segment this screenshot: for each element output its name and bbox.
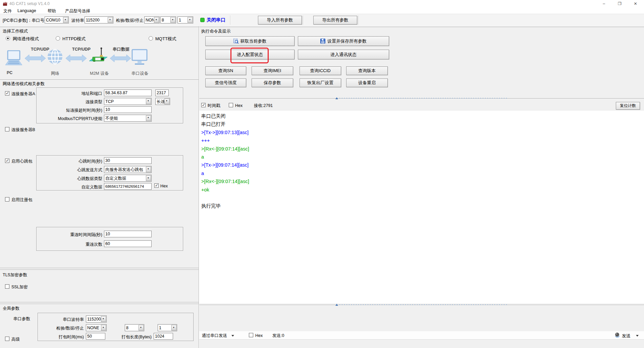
query-sn-button[interactable]: 查询SN xyxy=(205,66,246,75)
register-label: 启用注册包 xyxy=(11,197,33,202)
section-divider xyxy=(199,27,644,27)
export-all-params-button[interactable]: 导出所有参数 xyxy=(313,16,357,24)
diagram-pc-label: PC xyxy=(7,70,12,75)
section-divider xyxy=(0,304,199,304)
pack-time-input[interactable]: 50 xyxy=(86,333,105,340)
splitter-dots[interactable] xyxy=(339,304,507,306)
heartbeat-checkbox[interactable] xyxy=(5,159,9,163)
conn-type-select[interactable]: TCP xyxy=(104,98,152,105)
get-params-button[interactable]: 获取当前参数 xyxy=(205,36,294,46)
query-signal-button[interactable]: 查信号强度 xyxy=(205,78,246,87)
send-via-serial-button[interactable]: 通过串口发送 xyxy=(202,333,227,338)
splitter-collapse-icon[interactable] xyxy=(335,97,338,99)
close-serial-button[interactable]: 关闭串口 xyxy=(207,17,225,23)
factory-reset-button[interactable]: 恢复出厂设置 xyxy=(300,78,341,87)
hb-time-input[interactable]: 30 xyxy=(104,157,152,164)
server-b-checkbox[interactable] xyxy=(5,127,9,131)
reconnect-count-input[interactable]: 60 xyxy=(104,240,152,247)
send-hex-checkbox[interactable] xyxy=(249,333,253,337)
commands-header: 执行命令及提示 xyxy=(201,28,231,34)
server-port-input[interactable]: 2317 xyxy=(155,90,169,96)
chevron-down-icon xyxy=(146,175,151,181)
com-port-select[interactable]: COM10 xyxy=(45,16,69,23)
modbus-select[interactable]: 不使能 xyxy=(104,115,152,122)
chevron-down-icon[interactable] xyxy=(636,335,639,337)
close-button[interactable]: ✕ xyxy=(628,0,643,7)
radio-net-passthrough[interactable] xyxy=(6,36,10,41)
parity-select[interactable]: NONE xyxy=(144,16,160,23)
menu-language[interactable]: Language xyxy=(17,8,36,13)
register-checkbox[interactable] xyxy=(5,197,9,201)
radio-mqtt[interactable] xyxy=(149,36,153,41)
parity-data-stop-label: 检验/数据/停止 xyxy=(116,18,144,23)
log-line: >[Tx->][09:07:13][asc] xyxy=(201,128,644,136)
query-imei-button[interactable]: 查询IMEI xyxy=(252,66,293,75)
send-button[interactable]: 发送 xyxy=(622,333,631,338)
radio-mqtt-label[interactable]: MQTT模式 xyxy=(155,36,176,41)
databits-select[interactable]: 8 xyxy=(160,16,176,23)
enter-comm-button[interactable]: 进入通讯状态 xyxy=(298,50,389,59)
log-area[interactable]: 串口已关闭 串口已打开 >[Tx->][09:07:13][asc] +++ >… xyxy=(199,111,644,303)
restore-button[interactable]: ❐ xyxy=(612,0,627,7)
recv-counter: 接收:2791 xyxy=(254,103,273,108)
device-restart-button[interactable]: 设备重启 xyxy=(346,78,388,87)
stopbits-select[interactable]: 1 xyxy=(177,16,193,23)
chevron-down-icon xyxy=(187,17,193,23)
hb-hex-checkbox[interactable] xyxy=(154,183,159,188)
radio-httpd-label[interactable]: HTTPD模式 xyxy=(62,36,86,41)
hb-data-input[interactable]: 686561727462656174 xyxy=(104,183,152,190)
server-a-label: 连接服务器A xyxy=(11,92,35,97)
short-timeout-input[interactable]: 10 xyxy=(104,106,152,113)
log-hex-checkbox[interactable] xyxy=(229,103,233,107)
menu-product-model[interactable]: 产品型号选择 xyxy=(65,8,90,14)
log-line: >[Tx->][09:07:14][asc] xyxy=(201,161,644,169)
minimize-button[interactable]: – xyxy=(596,0,611,7)
serial-device-monitor-icon xyxy=(131,49,148,66)
server-addr-input[interactable]: 58.34.63.87 xyxy=(104,90,152,96)
baud-select[interactable]: 115200 xyxy=(85,16,113,23)
reconnect-interval-input[interactable]: 10 xyxy=(104,231,152,237)
timestamp-checkbox[interactable] xyxy=(201,103,206,107)
g-databits-select[interactable]: 8 xyxy=(125,324,144,331)
radio-httpd[interactable] xyxy=(56,36,60,41)
set-save-params-button[interactable]: 设置并保存所有参数 xyxy=(298,36,389,46)
import-all-params-button[interactable]: 导入所有参数 xyxy=(258,16,302,24)
log-line: 串口已关闭 xyxy=(201,112,644,120)
chevron-down-icon[interactable] xyxy=(231,335,234,337)
advanced-checkbox[interactable] xyxy=(5,337,9,341)
send-sphere-icon[interactable] xyxy=(614,332,620,338)
pack-len-input[interactable]: 1024 xyxy=(154,333,173,340)
conn-keep-select[interactable]: 长连接 xyxy=(155,98,170,105)
query-version-button[interactable]: 查询版本 xyxy=(346,66,388,75)
advanced-label: 高级 xyxy=(11,337,20,342)
net-params-header: 网络透传模式相关参数 xyxy=(3,81,45,87)
toolbar-separator xyxy=(230,15,231,25)
query-iccid-button[interactable]: 查询ICCID xyxy=(300,66,341,75)
server-a-checkbox[interactable] xyxy=(5,91,9,96)
ssl-checkbox[interactable] xyxy=(5,284,9,289)
timestamp-label: 时间戳 xyxy=(208,103,220,108)
menu-help[interactable]: 帮助 xyxy=(48,8,56,14)
toolbar-separator xyxy=(359,15,359,25)
save-params-button[interactable]: 保存参数 xyxy=(252,78,293,87)
splitter-collapse-icon[interactable] xyxy=(335,304,338,306)
diagram-serial-dev-label: 串口设备 xyxy=(131,71,148,76)
radio-net-passthrough-label[interactable]: 网络透传模式 xyxy=(13,36,39,41)
section-divider xyxy=(0,79,199,80)
hb-type-select[interactable]: 自定义数据 xyxy=(104,175,152,182)
pack-time-label: 打包时间(ms) xyxy=(40,334,84,340)
reset-counter-button[interactable]: 复位计数 xyxy=(616,102,640,110)
global-header: 全局参数 xyxy=(3,306,19,311)
g-stopbits-select[interactable]: 1 xyxy=(158,324,177,331)
hb-hex-label: Hex xyxy=(160,184,168,189)
server-b-label: 连接服务器B xyxy=(11,127,35,132)
section-divider xyxy=(0,302,199,303)
menu-file[interactable]: 文件 xyxy=(3,8,12,14)
g-line-label: 检验/数据/停止 xyxy=(40,326,84,331)
splitter-dots[interactable] xyxy=(339,98,507,99)
g-parity-select[interactable]: NONE xyxy=(86,324,107,331)
g-baud-select[interactable]: 115200 xyxy=(86,315,107,323)
hb-mode-select[interactable]: 向服务器发送心跳包 xyxy=(104,166,152,173)
chevron-down-icon xyxy=(170,17,175,23)
log-line: 执行完毕 xyxy=(201,202,644,210)
